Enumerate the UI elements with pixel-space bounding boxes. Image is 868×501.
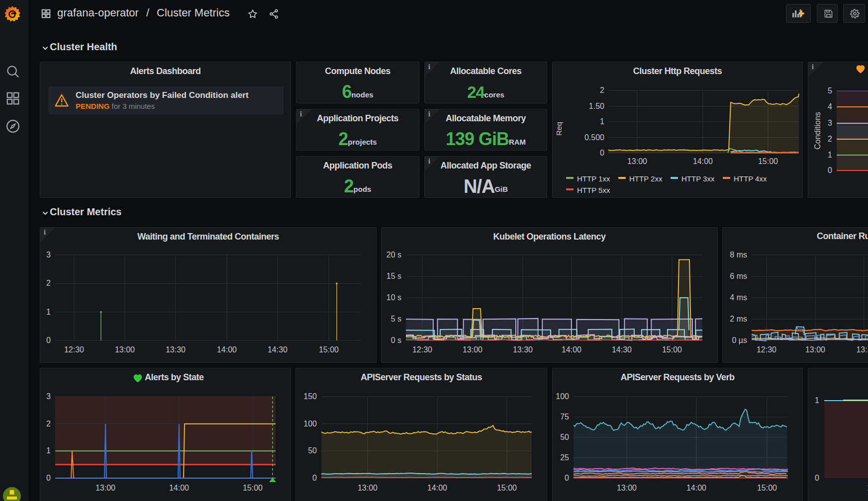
svg-text:15:00: 15:00 xyxy=(497,484,517,492)
svg-text:12:30: 12:30 xyxy=(412,345,432,354)
svg-text:14:00: 14:00 xyxy=(562,345,581,354)
svg-text:2: 2 xyxy=(46,419,51,428)
svg-text:1: 1 xyxy=(46,446,51,455)
svg-text:Conditions: Conditions xyxy=(813,112,822,150)
svg-text:8 ms: 8 ms xyxy=(730,250,747,259)
svg-text:14:30: 14:30 xyxy=(612,345,632,354)
svg-text:1: 1 xyxy=(46,308,51,316)
svg-text:HTTP 4xx: HTTP 4xx xyxy=(734,174,767,183)
svg-text:0 s: 0 s xyxy=(391,336,401,344)
svg-text:75: 75 xyxy=(560,413,569,421)
svg-text:0: 0 xyxy=(565,474,569,482)
svg-text:13:00: 13:00 xyxy=(115,345,135,354)
svg-text:0: 0 xyxy=(600,149,604,157)
svg-text:0: 0 xyxy=(815,474,819,482)
svg-text:13:30: 13:30 xyxy=(166,345,186,354)
svg-text:13:00: 13:00 xyxy=(627,157,647,166)
svg-text:15 s: 15 s xyxy=(386,272,401,280)
svg-text:0: 0 xyxy=(828,166,832,174)
svg-text:3: 3 xyxy=(46,392,51,401)
svg-text:5 s: 5 s xyxy=(391,315,401,323)
svg-text:0.500: 0.500 xyxy=(584,133,604,142)
svg-text:2 ms: 2 ms xyxy=(730,315,747,323)
svg-text:1: 1 xyxy=(828,151,832,159)
svg-text:4 ms: 4 ms xyxy=(730,293,747,302)
svg-text:14:00: 14:00 xyxy=(217,345,237,354)
svg-text:1: 1 xyxy=(815,396,819,405)
svg-text:HTTP 2xx: HTTP 2xx xyxy=(629,174,663,183)
svg-text:6 ms: 6 ms xyxy=(730,272,747,280)
svg-text:50: 50 xyxy=(560,433,569,441)
svg-text:13:00: 13:00 xyxy=(358,484,378,492)
svg-text:15:00: 15:00 xyxy=(319,345,339,354)
svg-text:12:30: 12:30 xyxy=(64,345,84,354)
svg-text:0 µs: 0 µs xyxy=(732,336,747,344)
svg-text:14:00: 14:00 xyxy=(686,484,706,492)
svg-text:5: 5 xyxy=(828,86,832,95)
svg-text:14:00: 14:00 xyxy=(169,484,189,492)
svg-text:2: 2 xyxy=(828,135,832,143)
svg-text:0: 0 xyxy=(312,474,317,482)
svg-text:100: 100 xyxy=(303,419,317,428)
svg-text:15:00: 15:00 xyxy=(758,157,778,166)
svg-text:14:30: 14:30 xyxy=(268,345,288,354)
svg-text:1.50: 1.50 xyxy=(589,102,604,110)
svg-text:150: 150 xyxy=(303,392,317,401)
svg-text:HTTP 1xx: HTTP 1xx xyxy=(577,174,610,183)
svg-text:14:00: 14:00 xyxy=(693,157,713,166)
svg-text:4: 4 xyxy=(828,102,832,111)
svg-text:1: 1 xyxy=(600,117,604,126)
svg-text:HTTP 5xx: HTTP 5xx xyxy=(577,186,610,194)
svg-text:10 s: 10 s xyxy=(386,293,401,302)
svg-text:13:00: 13:00 xyxy=(617,484,637,492)
svg-text:20 s: 20 s xyxy=(386,250,401,259)
svg-text:15:00: 15:00 xyxy=(757,484,777,492)
svg-text:HTTP 3xx: HTTP 3xx xyxy=(681,174,715,183)
svg-text:100: 100 xyxy=(556,392,569,401)
svg-text:15:00: 15:00 xyxy=(662,345,682,354)
svg-text:2: 2 xyxy=(46,279,51,287)
svg-text:3: 3 xyxy=(828,119,832,127)
svg-text:50: 50 xyxy=(308,446,317,455)
svg-text:13:00: 13:00 xyxy=(96,484,115,492)
svg-text:13:3: 13:3 xyxy=(856,345,868,354)
svg-text:0: 0 xyxy=(46,336,51,344)
svg-text:13:00: 13:00 xyxy=(463,345,482,354)
svg-text:25: 25 xyxy=(560,453,569,462)
svg-text:15:00: 15:00 xyxy=(243,484,263,492)
svg-text:Req: Req xyxy=(555,122,563,136)
svg-text:0: 0 xyxy=(46,474,51,482)
svg-text:12:30: 12:30 xyxy=(757,345,776,354)
svg-text:14:00: 14:00 xyxy=(427,484,447,492)
svg-text:13:30: 13:30 xyxy=(513,345,533,354)
svg-text:3: 3 xyxy=(46,250,51,259)
svg-text:13:00: 13:00 xyxy=(805,345,825,354)
svg-text:2: 2 xyxy=(600,86,604,94)
